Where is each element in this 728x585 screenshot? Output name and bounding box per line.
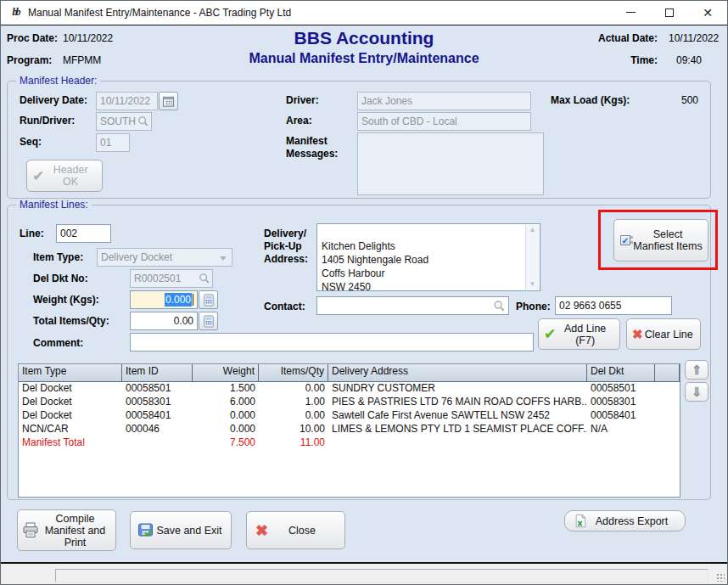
cell-item-type: Del Docket	[19, 409, 122, 423]
run-driver-search-icon[interactable]	[137, 115, 149, 127]
table-row[interactable]: Del Docket 00058501 1.500 0.00 SUNDRY CU…	[19, 382, 680, 396]
close-button[interactable]: ✖ Close	[246, 511, 345, 549]
cell-weight: 6.000	[193, 396, 259, 409]
total-weight: 7.500	[193, 436, 259, 450]
col-header-item-id[interactable]: Item ID	[122, 364, 193, 381]
weight-field[interactable]: 0.000	[130, 290, 198, 309]
manifest-messages-label-line1: Manifest	[286, 135, 328, 147]
cell-del-dkt: N/A	[587, 423, 655, 436]
del-dkt-search-icon[interactable]	[199, 273, 210, 284]
manifest-messages-box[interactable]	[357, 132, 544, 195]
col-header-weight[interactable]: Weight	[193, 364, 259, 381]
area-field[interactable]: South of CBD - Local	[357, 112, 531, 131]
del-dkt-no-label: Del Dkt No:	[33, 273, 88, 284]
add-line-button[interactable]: ✔ Add Line(F7)	[538, 318, 620, 350]
weight-value-selected: 0.000	[165, 293, 192, 307]
address-export-label: Address Export	[587, 515, 676, 527]
calculator-icon	[203, 315, 215, 328]
item-type-label: Item Type:	[33, 251, 83, 263]
delivery-date-field[interactable]: 10/11/2022	[96, 92, 158, 110]
select-manifest-items-label: Select Manfiest Items	[632, 228, 703, 252]
scroll-down-icon[interactable]: ▼	[529, 281, 536, 288]
run-driver-field[interactable]: SOUTH	[96, 112, 152, 131]
x-icon: ✖	[255, 521, 268, 540]
table-row[interactable]: Del Docket 00058301 6.000 1.00 PIES & PA…	[19, 396, 680, 409]
address-label-line2: Pick-Up	[264, 240, 302, 252]
col-header-items-qty[interactable]: Items/Qty	[259, 364, 328, 381]
col-header-delivery-address[interactable]: Delivery Address	[328, 364, 587, 381]
comment-field[interactable]	[130, 333, 534, 352]
select-manifest-items-button[interactable]: ✓ Select Manfiest Items	[613, 219, 708, 262]
manifest-table[interactable]: Item Type Item ID Weight Items/Qty Deliv…	[18, 363, 680, 498]
total-items-calculator-button[interactable]	[199, 312, 218, 330]
cell-del-dkt: 00058401	[587, 409, 655, 423]
delivery-address-box[interactable]: Kitchen Delights 1405 Nightengale Road C…	[316, 223, 540, 291]
table-row[interactable]: NCN/CAR 000046 0.000 10.00 LIMES & LEMON…	[19, 423, 680, 436]
contact-search-icon[interactable]	[493, 300, 506, 312]
check-icon: ✔	[32, 167, 44, 185]
seq-field[interactable]: 01	[96, 133, 130, 152]
driver-field[interactable]: Jack Jones	[357, 92, 531, 110]
clear-line-button[interactable]: ✖ Clear Line	[626, 318, 701, 350]
cell-del-dkt: 00058301	[587, 396, 655, 409]
table-row[interactable]: Del Docket 00058401 0.000 0.00 Sawtell C…	[19, 409, 680, 423]
minimize-button[interactable]	[611, 0, 650, 25]
compile-manifest-print-label: Compile Manifest and Print	[39, 513, 111, 548]
calculator-icon	[203, 294, 215, 307]
cell-weight: 1.500	[193, 382, 259, 396]
move-row-down-button[interactable]: ⇓	[685, 382, 708, 402]
header-ok-button[interactable]: ✔ HeaderOK	[26, 160, 103, 192]
export-file-icon	[574, 514, 587, 528]
col-header-item-type[interactable]: Item Type	[19, 364, 122, 381]
cell-item-id: 000046	[122, 423, 193, 436]
clear-line-label: Clear Line	[643, 329, 695, 340]
run-driver-value: SOUTH	[100, 115, 136, 127]
screen-title: Manual Manifest Entry/Maintenance	[0, 51, 728, 66]
cell-items-qty: 1.00	[259, 396, 328, 409]
scroll-up-icon[interactable]: ▲	[529, 227, 536, 233]
run-driver-label: Run/Driver:	[20, 115, 75, 127]
total-items-field[interactable]: 0.00	[130, 312, 198, 330]
col-header-del-dkt[interactable]: Del Dkt	[587, 364, 655, 381]
weight-calculator-button[interactable]	[199, 290, 218, 309]
address-scrollbar[interactable]: ▲ ▼	[525, 225, 539, 290]
weight-label: Weight (Kgs):	[33, 294, 99, 306]
phone-field[interactable]: 02 9663 0655	[555, 296, 672, 315]
checklist-icon: ✓	[620, 234, 632, 246]
maximize-icon	[665, 8, 674, 17]
header-ok-label-line1: Header	[53, 164, 88, 176]
cell-item-id: 00058501	[122, 382, 193, 396]
save-and-exit-button[interactable]: Save and Exit	[130, 511, 232, 549]
resize-grip-icon[interactable]	[716, 573, 725, 582]
actual-date-label: Actual Date:	[598, 32, 658, 44]
phone-label: Phone:	[516, 301, 551, 312]
close-window-button[interactable]: ✕	[688, 0, 727, 25]
down-arrow-icon: ⇓	[692, 385, 703, 400]
compile-manifest-print-button[interactable]: Compile Manifest and Print	[17, 509, 116, 551]
title-bar: bb Manual Manifest Entry/Maintenance - A…	[0, 0, 728, 25]
maximize-button[interactable]	[650, 0, 689, 25]
area-label: Area:	[286, 115, 312, 127]
address-label-line3: Address:	[264, 253, 308, 265]
address-export-button[interactable]: Address Export	[564, 510, 686, 532]
address-label-line1: Delivery/	[264, 228, 306, 239]
cell-items-qty: 0.00	[259, 409, 328, 423]
cell-item-id: 00058401	[122, 409, 193, 423]
cell-items-qty: 10.00	[259, 423, 328, 436]
table-header-row: Item Type Item ID Weight Items/Qty Deliv…	[19, 364, 680, 382]
max-load-label: Max Load (Kgs):	[551, 94, 630, 106]
text-caret	[193, 294, 193, 306]
cell-weight: 0.000	[193, 423, 259, 436]
contact-field[interactable]	[316, 296, 509, 315]
item-type-dropdown[interactable]: Delivery Docket	[97, 248, 232, 267]
manifest-header-legend: Manifest Header:	[16, 75, 100, 87]
item-type-value: Delivery Docket	[101, 251, 172, 263]
time-label: Time:	[630, 54, 658, 66]
driver-label: Driver:	[286, 94, 319, 106]
manifest-header-group: Manifest Header: Delivery Date: 10/11/20…	[7, 81, 711, 199]
del-dkt-no-field[interactable]: R0002501	[130, 269, 213, 288]
move-row-up-button[interactable]: ⇑	[685, 360, 708, 380]
calendar-button[interactable]	[159, 92, 178, 110]
line-field[interactable]: 002	[56, 224, 111, 243]
comment-label: Comment:	[33, 337, 83, 349]
